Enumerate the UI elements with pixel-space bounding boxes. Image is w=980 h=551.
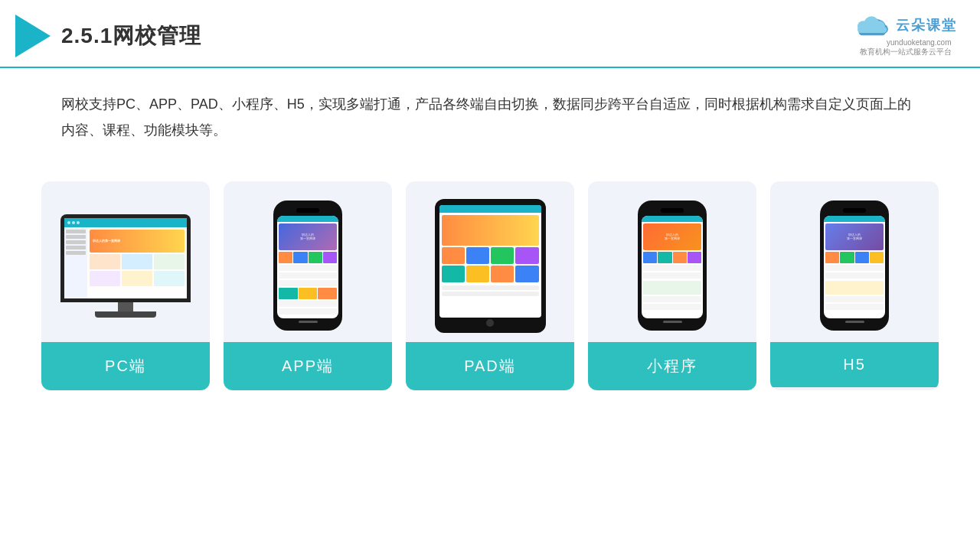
card-app: 职达人的第一堂网课 bbox=[224, 181, 392, 390]
screen-content: 职达人的第一堂网课 bbox=[64, 227, 187, 298]
cloud-icon-wrap: 云朵课堂 bbox=[854, 14, 957, 37]
card-h5: 职达人的第一堂网课 bbox=[770, 181, 939, 390]
phone-status-bar-miniapp bbox=[642, 216, 703, 222]
phone-mockup-miniapp: 职达人的第一堂网课 bbox=[638, 201, 707, 331]
brand-triangle-icon bbox=[15, 15, 51, 57]
phone-home-indicator-h5 bbox=[845, 321, 864, 323]
tablet-home-btn bbox=[486, 319, 494, 327]
platform-cards: 职达人的第一堂网课 bbox=[0, 158, 980, 390]
svg-rect-7 bbox=[858, 27, 887, 33]
monitor-frame: 职达人的第一堂网课 bbox=[60, 214, 191, 302]
cloud-logo: 云朵课堂 yunduoketang.com 教育机构一站式服务云平台 bbox=[854, 14, 957, 57]
screen-top-bar bbox=[64, 218, 187, 227]
phone-banner: 职达人的第一堂网课 bbox=[279, 223, 337, 250]
phone-home-indicator-miniapp bbox=[663, 321, 682, 323]
card-app-label: APP端 bbox=[224, 342, 392, 390]
screen-main: 职达人的第一堂网课 bbox=[87, 227, 187, 298]
phone-home-indicator bbox=[299, 321, 318, 323]
tablet-status-bar bbox=[439, 205, 541, 213]
phone-grid bbox=[279, 252, 337, 263]
phone-mockup-h5: 职达人的第一堂网课 bbox=[820, 201, 889, 331]
brand-name: 云朵课堂 bbox=[896, 16, 957, 34]
card-h5-image: 职达人的第一堂网课 bbox=[770, 181, 939, 342]
phone-banner-h5: 职达人的第一堂网课 bbox=[825, 223, 884, 250]
card-miniapp: 职达人的第一堂网课 bbox=[588, 181, 756, 390]
card-pc-image: 职达人的第一堂网课 bbox=[41, 181, 210, 342]
phone-status-bar-h5 bbox=[824, 216, 885, 222]
phone-status-bar bbox=[277, 216, 338, 222]
monitor-base bbox=[95, 311, 156, 318]
phone-mockup-app: 职达人的第一堂网课 bbox=[273, 201, 342, 331]
tablet-grid-2 bbox=[442, 266, 539, 282]
phone-notch-miniapp bbox=[661, 208, 684, 213]
phone-notch bbox=[296, 208, 319, 213]
page-title: 2.5.1网校管理 bbox=[61, 21, 201, 51]
header-right: 云朵课堂 yunduoketang.com 教育机构一站式服务云平台 bbox=[854, 14, 957, 57]
phone-screen-h5: 职达人的第一堂网课 bbox=[824, 216, 885, 318]
description-text: 网校支持PC、APP、PAD、小程序、H5，实现多端打通，产品各终端自由切换，数… bbox=[0, 68, 980, 151]
phone-screen-miniapp: 职达人的第一堂网课 bbox=[642, 216, 703, 318]
phone-content-h5: 职达人的第一堂网课 bbox=[824, 222, 885, 318]
phone-content: 职达人的第一堂网课 bbox=[277, 222, 338, 318]
screen-sidebar bbox=[64, 227, 87, 298]
phone-screen-app: 职达人的第一堂网课 bbox=[277, 216, 338, 318]
card-pad-label: PAD端 bbox=[406, 342, 574, 390]
card-pad-image bbox=[406, 181, 574, 342]
tablet-banner bbox=[442, 215, 539, 246]
header: 2.5.1网校管理 云朵课堂 yunduoketang.com 教育机构一站 bbox=[0, 0, 980, 68]
monitor-neck bbox=[118, 302, 133, 311]
cloud-icon bbox=[854, 14, 892, 37]
tablet-screen bbox=[439, 205, 541, 318]
tablet-content bbox=[439, 213, 541, 318]
tablet-grid-1 bbox=[442, 247, 539, 264]
phone-content-miniapp: 职达人的第一堂网课 bbox=[642, 222, 703, 318]
phone-banner-miniapp: 职达人的第一堂网课 bbox=[643, 223, 701, 250]
card-miniapp-image: 职达人的第一堂网课 bbox=[588, 181, 756, 342]
card-pc: 职达人的第一堂网课 bbox=[41, 181, 210, 390]
card-pad: PAD端 bbox=[406, 181, 574, 390]
card-miniapp-label: 小程序 bbox=[588, 342, 756, 390]
monitor-screen: 职达人的第一堂网课 bbox=[64, 218, 187, 298]
card-h5-label: H5 bbox=[770, 342, 939, 387]
brand-tagline: yunduoketang.com 教育机构一站式服务云平台 bbox=[860, 38, 952, 57]
screen-banner: 职达人的第一堂网课 bbox=[90, 230, 185, 253]
card-app-image: 职达人的第一堂网课 bbox=[224, 181, 392, 342]
pc-mockup: 职达人的第一堂网课 bbox=[60, 214, 191, 318]
tablet-mockup bbox=[435, 199, 546, 333]
header-left: 2.5.1网校管理 bbox=[15, 15, 201, 57]
card-pc-label: PC端 bbox=[41, 342, 210, 390]
phone-notch-h5 bbox=[843, 208, 866, 213]
